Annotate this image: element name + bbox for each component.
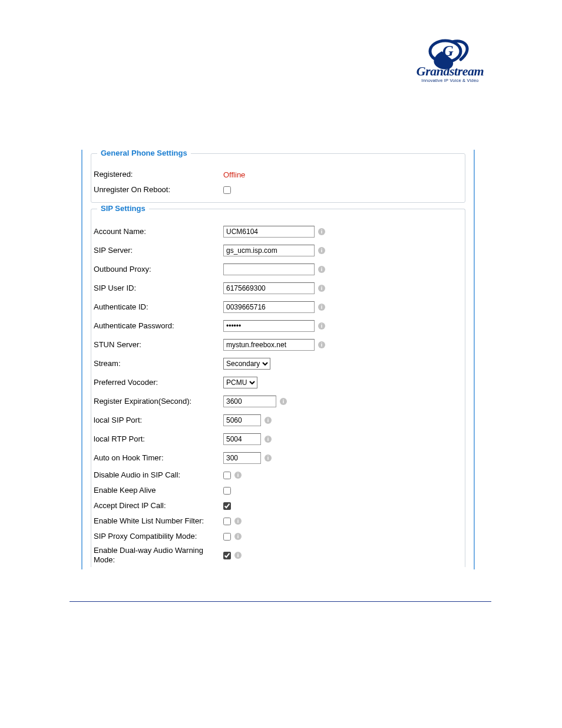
label-local-rtp-port: local RTP Port: — [94, 434, 223, 444]
select-preferred-vocoder[interactable]: PCMU — [223, 377, 257, 388]
label-register-expiration: Register Expiration(Second): — [94, 397, 223, 406]
brand-tagline: Innovative IP Voice & Video — [412, 78, 488, 83]
checkbox-enable-white-list-number-filter[interactable] — [223, 518, 231, 525]
input-authenticate-password[interactable] — [223, 320, 315, 332]
info-icon[interactable]: i — [265, 417, 272, 424]
label-stream: Stream: — [94, 359, 223, 368]
info-icon[interactable]: i — [234, 552, 242, 559]
input-outbound-proxy[interactable] — [223, 263, 315, 275]
label-enable-dual-way-audio-warning-mode: Enable Dual-way Audio Warning Mode: — [94, 546, 223, 565]
label-registered: Registered: — [94, 170, 223, 179]
settings-panel: General Phone Settings Registered: Offli… — [81, 150, 475, 569]
label-enable-keep-alive: Enable Keep Alive — [94, 486, 223, 495]
brand-logo: G Grandstream Innovative IP Voice & Vide… — [412, 38, 488, 83]
label-accept-direct-ip-call: Accept Direct IP Call: — [94, 501, 223, 510]
input-local-sip-port[interactable] — [223, 414, 261, 426]
label-auto-on-hook-timer: Auto on Hook Timer: — [94, 453, 223, 463]
info-icon[interactable]: i — [265, 436, 272, 443]
label-unregister-on-reboot: Unregister On Reboot: — [94, 185, 223, 195]
fieldset-general-phone-settings: General Phone Settings Registered: Offli… — [91, 153, 465, 203]
brand-name: Grandstream — [412, 64, 488, 79]
label-sip-user-id: SIP User ID: — [94, 284, 223, 293]
label-authenticate-password: Authenticate Password: — [94, 321, 223, 331]
info-icon[interactable]: i — [318, 304, 325, 311]
label-authenticate-id: Authenticate ID: — [94, 302, 223, 312]
info-icon[interactable]: i — [234, 472, 242, 479]
info-icon[interactable]: i — [318, 247, 325, 254]
input-local-rtp-port[interactable] — [223, 433, 261, 445]
select-stream[interactable]: Secondary — [223, 358, 270, 370]
label-outbound-proxy: Outbound Proxy: — [94, 265, 223, 274]
input-sip-user-id[interactable] — [223, 282, 315, 294]
fieldset-sip-settings: SIP Settings Account Name: i SIP Server:… — [91, 209, 465, 567]
checkbox-sip-proxy-compatibility-mode[interactable] — [223, 533, 231, 541]
checkbox-enable-keep-alive[interactable] — [223, 487, 231, 495]
info-icon[interactable]: i — [318, 266, 325, 273]
checkbox-unregister-on-reboot[interactable] — [223, 186, 231, 194]
input-account-name[interactable] — [223, 226, 315, 238]
input-authenticate-id[interactable] — [223, 301, 315, 313]
checkbox-disable-audio-in-sip-call[interactable] — [223, 472, 231, 479]
legend-sip: SIP Settings — [97, 204, 149, 213]
label-sip-server: SIP Server: — [94, 246, 223, 255]
info-icon[interactable]: i — [318, 341, 325, 348]
info-icon[interactable]: i — [280, 398, 287, 405]
input-register-expiration[interactable] — [223, 396, 276, 407]
label-local-sip-port: local SIP Port: — [94, 416, 223, 425]
info-icon[interactable]: i — [318, 322, 325, 330]
legend-general: General Phone Settings — [97, 149, 191, 157]
input-auto-on-hook-timer[interactable] — [223, 452, 261, 464]
label-account-name: Account Name: — [94, 227, 223, 236]
value-registered: Offline — [223, 170, 245, 179]
info-icon[interactable]: i — [234, 518, 242, 525]
label-sip-proxy-compatibility-mode: SIP Proxy Compatibility Mode: — [94, 532, 223, 541]
info-icon[interactable]: i — [318, 285, 325, 292]
label-disable-audio-in-sip-call: Disable Audio in SIP Call: — [94, 470, 223, 480]
info-icon[interactable]: i — [265, 454, 272, 462]
label-preferred-vocoder: Preferred Vocoder: — [94, 378, 223, 387]
footer-divider — [70, 601, 491, 602]
input-sip-server[interactable] — [223, 245, 315, 256]
info-icon[interactable]: i — [234, 533, 242, 540]
label-enable-white-list-number-filter: Enable White List Number Filter: — [94, 516, 223, 526]
input-stun-server[interactable] — [223, 339, 315, 351]
checkbox-accept-direct-ip-call[interactable] — [223, 502, 231, 510]
info-icon[interactable]: i — [318, 228, 325, 235]
label-stun-server: STUN Server: — [94, 340, 223, 350]
svg-text:G: G — [442, 42, 454, 60]
checkbox-enable-dual-way-audio-warning-mode[interactable] — [223, 552, 231, 559]
